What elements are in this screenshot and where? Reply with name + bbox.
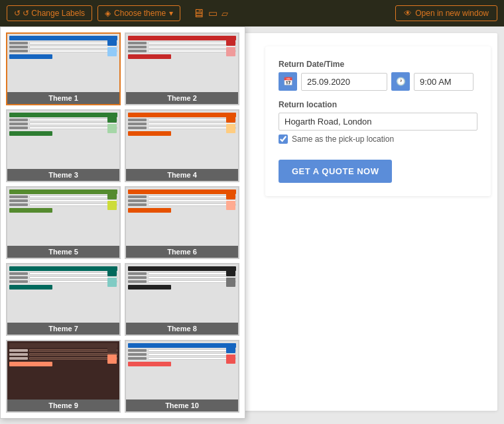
form-card: Return Date/Time 📅 🕐 Return location Sam…	[265, 46, 491, 196]
theme-5-preview	[7, 187, 119, 246]
theme-3-label: Theme 3	[7, 169, 119, 181]
theme-10-preview	[126, 341, 238, 399]
same-location-row: Same as the pick-up location	[279, 134, 477, 144]
return-time-input[interactable]	[414, 73, 473, 91]
open-new-window-button[interactable]: 👁 Open in new window	[395, 5, 497, 21]
get-quote-button[interactable]: GET A QUOTE NOW	[279, 160, 392, 183]
theme-item-3[interactable]: Theme 3	[6, 109, 121, 182]
desktop-icon[interactable]: 🖥	[192, 7, 204, 21]
return-date-row: Return Date/Time 📅 🕐	[279, 60, 477, 91]
theme-3-preview	[7, 111, 119, 169]
change-labels-icon: ↺	[14, 9, 21, 18]
theme-dropdown-panel: Theme 1	[0, 26, 245, 419]
theme-grid: Theme 1	[6, 32, 239, 413]
theme-4-preview	[126, 111, 238, 169]
theme-9-label: Theme 9	[7, 399, 119, 411]
theme-icon: ◈	[105, 9, 111, 18]
screen-size-icons: 🖥 ▭ ▱	[192, 7, 228, 21]
theme-item-10[interactable]: Theme 10	[125, 340, 239, 413]
theme-1-preview	[7, 34, 119, 92]
theme-item-7[interactable]: Theme 7	[6, 263, 121, 336]
mobile-icon[interactable]: ▱	[221, 9, 228, 19]
theme-7-preview	[7, 264, 119, 323]
theme-item-9[interactable]: Theme 9	[6, 340, 121, 413]
main-content: Step 1 Pick-up D 📅 2 Pick-up l Hogar 📍 C…	[0, 26, 504, 424]
same-location-label: Same as the pick-up location	[292, 134, 394, 144]
theme-item-5[interactable]: Theme 5	[6, 186, 121, 259]
theme-item-8[interactable]: Theme 8	[125, 263, 239, 336]
time-icon: 🕐	[391, 72, 410, 91]
theme-8-label: Theme 8	[126, 323, 238, 335]
theme-7-label: Theme 7	[7, 323, 119, 335]
choose-theme-button[interactable]: ◈ Choose theme ▾	[97, 5, 180, 21]
theme-10-label: Theme 10	[126, 399, 238, 411]
theme-1-label: Theme 1	[7, 92, 119, 104]
theme-6-preview	[126, 187, 238, 246]
chevron-down-icon: ▾	[169, 9, 173, 18]
return-location-label: Return location	[279, 100, 477, 109]
theme-5-label: Theme 5	[7, 246, 119, 258]
theme-6-label: Theme 6	[126, 246, 238, 258]
theme-2-label: Theme 2	[126, 92, 238, 104]
return-date-input-group: 📅 🕐	[279, 72, 477, 91]
same-location-checkbox[interactable]	[279, 134, 288, 144]
return-location-input[interactable]	[279, 113, 477, 131]
theme-item-6[interactable]: Theme 6	[125, 186, 239, 259]
theme-4-label: Theme 4	[126, 169, 238, 181]
return-date-label: Return Date/Time	[279, 60, 477, 69]
return-location-input-group	[279, 113, 477, 131]
right-form-section: Return Date/Time 📅 🕐 Return location Sam…	[252, 26, 504, 216]
return-date-input[interactable]	[301, 73, 387, 91]
theme-9-preview	[7, 341, 119, 399]
change-labels-button[interactable]: ↺ ↺ Change Labels	[7, 5, 92, 21]
theme-8-preview	[126, 264, 238, 323]
eye-icon: 👁	[404, 9, 412, 18]
return-location-row: Return location Same as the pick-up loca…	[279, 100, 477, 144]
topbar: ↺ ↺ Change Labels ◈ Choose theme ▾ 🖥 ▭ ▱…	[0, 0, 504, 26]
theme-2-preview	[126, 34, 238, 92]
theme-item-2[interactable]: Theme 2	[125, 32, 239, 105]
tablet-icon[interactable]: ▭	[208, 7, 218, 19]
date-icon: 📅	[279, 72, 297, 91]
theme-item-1[interactable]: Theme 1	[6, 32, 121, 105]
theme-item-4[interactable]: Theme 4	[125, 109, 239, 182]
